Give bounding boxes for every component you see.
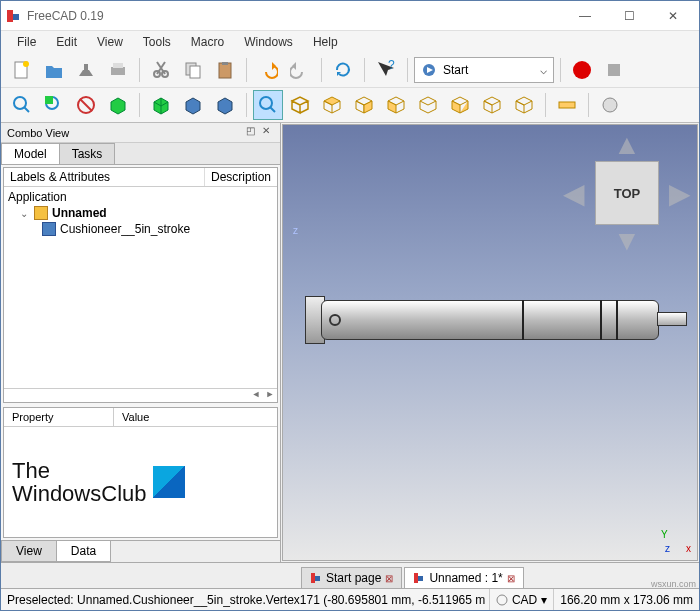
menu-help[interactable]: Help [303,33,348,51]
front-button[interactable] [178,90,208,120]
property-tabs: View Data [1,540,280,562]
property-view: Property Value The WindowsClub [3,407,278,538]
view-rotate-right-button[interactable] [509,90,539,120]
menu-edit[interactable]: Edit [46,33,87,51]
top-button[interactable] [210,90,240,120]
copy-button[interactable] [178,55,208,85]
print-button[interactable] [103,55,133,85]
doc-tab-start[interactable]: Start page ⊠ [301,567,402,588]
collapse-icon[interactable]: ⌄ [18,208,30,219]
separator [139,93,140,117]
main-area: Combo View ◰ ✕ Model Tasks Labels & Attr… [1,123,699,562]
close-tab-icon[interactable]: ⊠ [385,573,393,584]
tab-data[interactable]: Data [56,541,111,562]
property-header-value[interactable]: Value [114,408,157,426]
3d-view[interactable]: ▲ ▼ ◀ ▶ TOP z Yzx [282,124,698,561]
menubar: File Edit View Tools Macro Windows Help [1,31,699,53]
status-dimensions: 166.20 mm x 173.06 mm [553,589,699,610]
cut-button[interactable] [146,55,176,85]
panel-close-button[interactable]: ✕ [258,125,274,141]
tree-header-description[interactable]: Description [205,168,277,186]
toolbar-file: ? Start ⌵ [1,53,699,88]
tree-root[interactable]: Application [8,189,273,205]
measure-button[interactable] [552,90,582,120]
titlebar: FreeCAD 0.19 — ☐ ✕ [1,1,699,31]
fit-selection-button[interactable] [39,90,69,120]
whatsthis-button[interactable]: ? [371,55,401,85]
view-left-button[interactable] [445,90,475,120]
minimize-button[interactable]: — [563,2,607,30]
draw-style-button[interactable] [71,90,101,120]
workbench-selector[interactable]: Start ⌵ [414,57,554,83]
menu-tools[interactable]: Tools [133,33,181,51]
open-button[interactable] [39,55,69,85]
menu-windows[interactable]: Windows [234,33,303,51]
tree-header-labels[interactable]: Labels & Attributes [4,168,205,186]
view-front-button[interactable] [285,90,315,120]
separator [407,58,408,82]
menu-file[interactable]: File [7,33,46,51]
macro-stop-button[interactable] [599,55,629,85]
bounding-box-button[interactable] [103,90,133,120]
view-top-button[interactable] [317,90,347,120]
close-tab-icon[interactable]: ⊠ [507,573,515,584]
maximize-button[interactable]: ☐ [607,2,651,30]
svg-rect-0 [7,10,13,22]
panel-header: Combo View ◰ ✕ [1,123,280,143]
separator [321,58,322,82]
menu-view[interactable]: View [87,33,133,51]
separator [139,58,140,82]
doc-tab-unnamed[interactable]: Unnamed : 1* ⊠ [404,567,523,588]
paste-button[interactable] [210,55,240,85]
window-title: FreeCAD 0.19 [27,9,563,23]
fit-all-button[interactable] [7,90,37,120]
part-icon [42,222,56,236]
navigation-cube[interactable]: ▲ ▼ ◀ ▶ TOP [567,133,687,253]
tree-item[interactable]: Cushioneer__5in_stroke [8,221,273,237]
macro-record-button[interactable] [567,55,597,85]
view-bottom-button[interactable] [413,90,443,120]
panel-float-button[interactable]: ◰ [242,125,258,141]
tree-scrollbar[interactable]: ◄► [4,388,277,402]
part-button[interactable] [595,90,625,120]
svg-rect-21 [559,102,575,108]
view-rear-button[interactable] [381,90,411,120]
view-right-button[interactable] [349,90,379,120]
svg-rect-6 [113,63,123,68]
toolbar-view [1,88,699,123]
separator [545,93,546,117]
panel-title: Combo View [7,127,242,139]
property-header-prop[interactable]: Property [4,408,114,426]
redo-button[interactable] [285,55,315,85]
navcube-left-icon[interactable]: ◀ [563,177,585,210]
axis-indicator-z: z [293,225,298,236]
close-button[interactable]: ✕ [651,2,695,30]
tab-model[interactable]: Model [1,143,60,164]
refresh-button[interactable] [328,55,358,85]
separator [246,58,247,82]
chevron-down-icon: ⌵ [540,63,547,77]
tab-tasks[interactable]: Tasks [59,143,116,164]
svg-rect-23 [311,573,315,583]
property-body: The WindowsClub [4,427,277,537]
model-cylinder[interactable] [293,290,687,350]
svg-point-22 [603,98,617,112]
tab-view[interactable]: View [1,541,57,562]
navcube-up-icon[interactable]: ▲ [613,129,641,161]
navcube-down-icon[interactable]: ▼ [613,225,641,257]
view-rotate-left-button[interactable] [477,90,507,120]
tree-document[interactable]: ⌄ Unnamed [8,205,273,221]
undo-button[interactable] [253,55,283,85]
isometric-button[interactable] [146,90,176,120]
nav-style-selector[interactable]: CAD ▾ [489,589,553,610]
new-button[interactable] [7,55,37,85]
menu-macro[interactable]: Macro [181,33,234,51]
navcube-face[interactable]: TOP [595,161,659,225]
svg-rect-5 [111,67,125,75]
tree-body[interactable]: Application ⌄ Unnamed Cushioneer__5in_st… [4,187,277,388]
save-button[interactable] [71,55,101,85]
navcube-right-icon[interactable]: ▶ [669,177,691,210]
view-iso-button[interactable] [253,90,283,120]
axis-indicator: Yzx [661,524,691,554]
property-header: Property Value [4,408,277,427]
